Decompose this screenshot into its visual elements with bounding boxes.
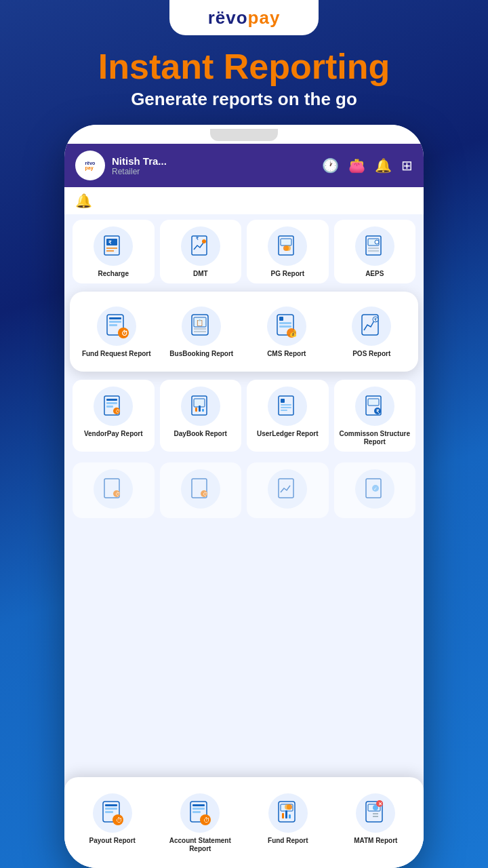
user-name: Nitish Tra... bbox=[112, 155, 315, 167]
cms-icon-circle: 💰 bbox=[267, 307, 306, 346]
menu-item-recharge[interactable]: ₹ Recharge bbox=[73, 220, 155, 283]
menu-item-pg[interactable]: PG Report bbox=[247, 220, 329, 283]
account-statement-label: Account Statement Report bbox=[163, 837, 238, 853]
menu-item-vendorpay[interactable]: ⏱ VendorPay Report bbox=[73, 380, 155, 452]
bus-booking-icon: 📋 bbox=[186, 311, 216, 341]
hero-section: Instant Reporting Generate reports on th… bbox=[98, 47, 390, 110]
header-icons: 🕐 👛 🔔 ⊞ bbox=[322, 157, 413, 174]
account-statement-icon: ⏱ bbox=[185, 798, 215, 828]
partial3-icon-circle bbox=[268, 469, 307, 509]
svg-rect-5 bbox=[192, 236, 207, 255]
history-icon[interactable]: 🕐 bbox=[322, 157, 339, 174]
svg-rect-29 bbox=[279, 317, 283, 321]
menu-item-partial4[interactable]: ✓ bbox=[334, 462, 416, 518]
menu-item-account-statement[interactable]: ⏱ Account Statement Report bbox=[159, 787, 242, 859]
menu-item-payout[interactable]: ⏱ Payout Report bbox=[71, 787, 154, 859]
svg-text:📋: 📋 bbox=[196, 319, 204, 327]
phone-notch-bar bbox=[64, 125, 424, 144]
aeps-icon-circle bbox=[355, 226, 394, 266]
qr-icon[interactable]: ⊞ bbox=[401, 157, 413, 174]
fund-icon bbox=[273, 798, 303, 828]
menu-item-cms[interactable]: 💰 CMS Report bbox=[247, 300, 327, 363]
payout-icon-circle: ⏱ bbox=[93, 793, 132, 833]
aeps-icon bbox=[362, 233, 388, 259]
cms-icon: 💰 bbox=[272, 311, 302, 341]
svg-rect-74 bbox=[192, 804, 205, 806]
wallet-icon[interactable]: 👛 bbox=[348, 157, 365, 174]
svg-text:💰: 💰 bbox=[289, 330, 298, 338]
svg-text:₹: ₹ bbox=[196, 237, 199, 241]
payout-icon: ⏱ bbox=[98, 798, 127, 828]
pos-icon: ₹ bbox=[357, 311, 386, 341]
svg-rect-75 bbox=[192, 808, 205, 810]
cms-label: CMS Report bbox=[267, 350, 306, 358]
svg-rect-76 bbox=[192, 811, 201, 813]
menu-item-daybook[interactable]: DayBook Report bbox=[160, 380, 242, 452]
menu-item-userledger[interactable]: UserLedger Report bbox=[247, 380, 329, 452]
bus-booking-label: BusBooking Report bbox=[169, 350, 233, 358]
account-statement-icon-circle: ⏱ bbox=[180, 793, 220, 833]
menu-item-commission[interactable]: ₹ Commisson Structure Report bbox=[334, 380, 416, 452]
aeps-label: AEPS bbox=[365, 270, 384, 278]
pg-icon bbox=[274, 233, 300, 259]
bell-icon[interactable]: 🔔 bbox=[375, 157, 392, 174]
recharge-label: Recharge bbox=[98, 270, 129, 278]
menu-item-fund[interactable]: Fund Report bbox=[247, 787, 329, 859]
menu-item-bus-booking[interactable]: 📋 BusBooking Report bbox=[162, 300, 242, 363]
svg-text:⏱: ⏱ bbox=[202, 492, 207, 496]
app-logo: rëvopay bbox=[75, 151, 105, 180]
commission-label: Commisson Structure Report bbox=[338, 430, 412, 446]
user-info: Nitish Tra... Retailer bbox=[112, 155, 315, 176]
vendorpay-icon: ⏱ bbox=[100, 393, 126, 419]
floating-card-top: ⏱ Fund Request Report 📋 BusBooking Repor… bbox=[70, 292, 418, 372]
menu-item-aeps[interactable]: AEPS bbox=[334, 220, 416, 283]
pos-icon-circle: ₹ bbox=[352, 307, 391, 346]
svg-text:⏱: ⏱ bbox=[203, 816, 210, 824]
menu-item-partial2[interactable]: ⏱ bbox=[160, 462, 242, 518]
fund-request-icon: ⏱ bbox=[102, 311, 131, 341]
partial4-icon: ✓ bbox=[362, 476, 388, 502]
svg-rect-18 bbox=[109, 317, 121, 319]
third-menu-grid: ⏱ ⏱ bbox=[73, 462, 415, 518]
daybook-icon bbox=[188, 393, 214, 419]
daybook-icon-circle bbox=[181, 387, 220, 426]
menu-item-dmt[interactable]: ₹ DMT bbox=[160, 220, 242, 283]
vendorpay-icon-circle: ⏱ bbox=[94, 387, 133, 426]
fund-label: Fund Report bbox=[268, 837, 308, 845]
svg-rect-69 bbox=[105, 808, 117, 810]
svg-text:⏱: ⏱ bbox=[121, 330, 128, 337]
menu-item-fund-request[interactable]: ⏱ Fund Request Report bbox=[77, 300, 157, 363]
svg-rect-82 bbox=[285, 810, 287, 818]
fund-request-label: Fund Request Report bbox=[82, 350, 151, 358]
hero-subtitle: Generate reports on the go bbox=[98, 89, 390, 110]
svg-rect-45 bbox=[195, 408, 197, 412]
svg-point-11 bbox=[285, 245, 291, 251]
svg-rect-47 bbox=[202, 409, 204, 412]
svg-rect-50 bbox=[281, 404, 291, 406]
recharge-icon-circle: ₹ bbox=[94, 226, 133, 266]
userledger-label: UserLedger Report bbox=[257, 430, 319, 438]
partial2-icon-circle: ⏱ bbox=[181, 469, 220, 509]
menu-item-partial1[interactable]: ⏱ bbox=[73, 462, 155, 518]
menu-item-partial3[interactable] bbox=[247, 462, 329, 518]
dmt-icon-circle: ₹ bbox=[181, 226, 220, 266]
userledger-icon bbox=[274, 393, 300, 419]
matm-icon: ✕ bbox=[361, 798, 390, 828]
menu-item-pos[interactable]: ₹ POS Report bbox=[332, 300, 412, 363]
svg-rect-31 bbox=[279, 326, 291, 328]
notification-bell-icon[interactable]: 🔔 bbox=[75, 193, 92, 209]
partial1-icon: ⏱ bbox=[100, 476, 126, 502]
payout-label: Payout Report bbox=[89, 837, 136, 845]
svg-rect-40 bbox=[106, 406, 113, 408]
svg-rect-46 bbox=[199, 406, 201, 412]
svg-rect-63 bbox=[279, 479, 293, 498]
app-header: rëvopay Nitish Tra... Retailer 🕐 👛 🔔 ⊞ bbox=[64, 144, 424, 187]
bus-booking-icon-circle: 📋 bbox=[182, 307, 221, 346]
menu-item-matm[interactable]: ✕ MATM Report bbox=[335, 787, 418, 859]
svg-text:✓: ✓ bbox=[373, 486, 378, 491]
svg-rect-49 bbox=[281, 399, 285, 403]
svg-rect-52 bbox=[281, 410, 287, 411]
svg-rect-30 bbox=[279, 322, 291, 324]
fund-request-icon-circle: ⏱ bbox=[97, 307, 136, 346]
pg-icon-circle bbox=[268, 226, 307, 266]
